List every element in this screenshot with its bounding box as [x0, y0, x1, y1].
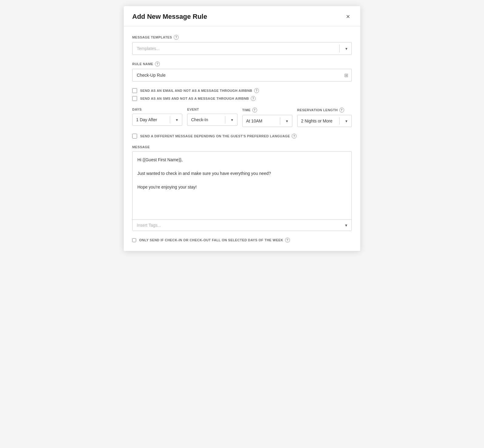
days-of-week-checkbox-label: ONLY SEND IF CHECK-IN OR CHECK-OUT FALL …	[139, 238, 290, 242]
sms-help-icon[interactable]: ?	[251, 96, 256, 101]
sms-checkbox-label: SEND AS AN SMS AND NOT AS A MESSAGE THRO…	[140, 96, 256, 101]
days-of-week-checkbox[interactable]	[132, 238, 136, 242]
email-help-icon[interactable]: ?	[254, 88, 259, 93]
email-checkbox-row: SEND AS AN EMAIL AND NOT AS A MESSAGE TH…	[132, 88, 352, 93]
timing-row: DAYS 1 Day After 2 Days After 3 Days Aft…	[132, 108, 352, 127]
modal-body: MESSAGE TEMPLATES ? Templates... ▾ RULE …	[124, 26, 360, 251]
days-of-week-help-icon[interactable]: ?	[285, 238, 290, 242]
close-button[interactable]: ×	[344, 13, 352, 21]
message-templates-label: MESSAGE TEMPLATES ?	[132, 35, 352, 40]
event-col: EVENT Check-In Check-Out Booking ▾	[187, 108, 237, 127]
add-message-rule-modal: Add New Message Rule × MESSAGE TEMPLATES…	[124, 6, 360, 251]
time-help-icon[interactable]: ?	[252, 108, 257, 112]
days-of-week-checkbox-row: ONLY SEND IF CHECK-IN OR CHECK-OUT FALL …	[132, 238, 352, 242]
modal-title: Add New Message Rule	[132, 13, 207, 21]
days-select[interactable]: 1 Day After 2 Days After 3 Days After On…	[132, 114, 182, 126]
message-label: MESSAGE	[132, 145, 352, 149]
message-textarea[interactable]	[133, 152, 351, 218]
days-col: DAYS 1 Day After 2 Days After 3 Days Aft…	[132, 108, 182, 127]
time-select[interactable]: At 10AM At 9AM At 11AM At 12PM	[242, 115, 292, 127]
message-templates-select[interactable]: Templates...	[132, 42, 352, 55]
time-select-wrapper: At 10AM At 9AM At 11AM At 12PM ▾	[242, 115, 292, 127]
rule-name-input-wrapper: ⊞	[132, 69, 352, 82]
message-templates-group: MESSAGE TEMPLATES ? Templates... ▾	[132, 35, 352, 55]
language-checkbox-group: SEND A DIFFERENT MESSAGE DEPENDING ON TH…	[132, 134, 352, 139]
email-checkbox-label: SEND AS AN EMAIL AND NOT AS A MESSAGE TH…	[140, 88, 259, 93]
reservation-select-wrapper: 2 Nights or More 1 Night 3 Nights or Mor…	[297, 115, 352, 127]
insert-tags-arrow[interactable]: ▾	[345, 223, 347, 228]
reservation-help-icon[interactable]: ?	[339, 108, 344, 112]
event-select-wrapper: Check-In Check-Out Booking ▾	[187, 114, 237, 126]
email-checkbox[interactable]	[132, 88, 137, 93]
channel-checkboxes-group: SEND AS AN EMAIL AND NOT AS A MESSAGE TH…	[132, 88, 352, 101]
sms-checkbox[interactable]	[132, 96, 137, 101]
message-templates-help-icon[interactable]: ?	[174, 35, 179, 40]
language-checkbox[interactable]	[132, 134, 137, 139]
rule-name-group: RULE NAME ? ⊞	[132, 62, 352, 82]
reservation-col: RESERVATION LENGTH ? 2 Nights or More 1 …	[297, 108, 352, 127]
days-label: DAYS	[132, 108, 182, 111]
reservation-label: RESERVATION LENGTH ?	[297, 108, 352, 112]
language-checkbox-row: SEND A DIFFERENT MESSAGE DEPENDING ON TH…	[132, 134, 352, 139]
time-col: TIME ? At 10AM At 9AM At 11AM At 12PM ▾	[242, 108, 292, 127]
rule-name-input[interactable]	[132, 69, 352, 82]
reservation-select[interactable]: 2 Nights or More 1 Night 3 Nights or Mor…	[297, 115, 352, 127]
message-footer: Insert Tags... ▾	[133, 219, 351, 231]
insert-tags-placeholder: Insert Tags...	[137, 223, 161, 228]
message-group: MESSAGE Insert Tags... ▾	[132, 145, 352, 231]
message-templates-select-wrapper: Templates... ▾	[132, 42, 352, 55]
days-select-wrapper: 1 Day After 2 Days After 3 Days After On…	[132, 114, 182, 126]
rule-name-help-icon[interactable]: ?	[155, 62, 160, 66]
event-label: EVENT	[187, 108, 237, 111]
event-select[interactable]: Check-In Check-Out Booking	[187, 114, 237, 126]
rule-name-icon: ⊞	[344, 72, 348, 78]
sms-checkbox-row: SEND AS AN SMS AND NOT AS A MESSAGE THRO…	[132, 96, 352, 101]
modal-header: Add New Message Rule ×	[124, 6, 360, 26]
language-help-icon[interactable]: ?	[292, 134, 297, 139]
message-box: Insert Tags... ▾	[132, 151, 352, 231]
language-checkbox-label: SEND A DIFFERENT MESSAGE DEPENDING ON TH…	[140, 134, 297, 139]
time-label: TIME ?	[242, 108, 292, 112]
rule-name-label: RULE NAME ?	[132, 62, 352, 66]
